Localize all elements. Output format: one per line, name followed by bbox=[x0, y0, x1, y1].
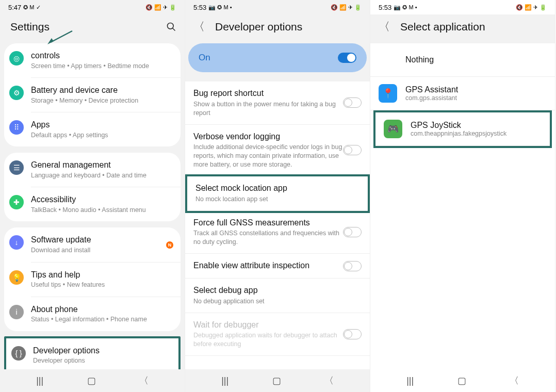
toggle-switch[interactable] bbox=[343, 261, 362, 271]
toggle-switch[interactable] bbox=[343, 227, 362, 237]
settings-item-software-update[interactable]: ↓Software updateDownload and installN bbox=[4, 227, 181, 262]
home-button[interactable]: ▢ bbox=[87, 375, 96, 386]
settings-item-icon: { } bbox=[11, 346, 26, 361]
developer-item-title: Force full GNSS measurements bbox=[193, 218, 343, 228]
developer-item-select-debug-app[interactable]: Select debug appNo debug application set bbox=[185, 279, 370, 313]
app-bar: Settings bbox=[0, 14, 185, 43]
toggle-switch bbox=[343, 329, 362, 339]
settings-item-subtitle: Developer options bbox=[33, 356, 171, 366]
toggle-switch[interactable] bbox=[343, 145, 362, 155]
status-left-icons: ✪ M ✓ bbox=[23, 4, 40, 11]
app-title: GPS JoyStick bbox=[411, 121, 542, 130]
status-right-icons: 🔇 📶 ✈ 🔋 bbox=[331, 4, 362, 11]
settings-item-subtitle: Default apps • App settings bbox=[31, 131, 173, 140]
settings-item-icon: ⠿ bbox=[9, 120, 24, 135]
status-bar: 5:53 📷 ✪ M • 🔇 📶 ✈ 🔋 bbox=[185, 0, 370, 14]
developer-item-subtitle: Show a button in the power menu for taki… bbox=[193, 100, 343, 118]
developer-item-select-mock-location-app[interactable]: Select mock location appNo mock location… bbox=[187, 176, 368, 211]
app-title: GPS Assistant bbox=[405, 85, 547, 94]
developer-item-title: Verbose vendor logging bbox=[193, 132, 343, 142]
settings-item-title: Accessibility bbox=[31, 194, 173, 205]
status-bar: 5:53 📷 ✪ M • 🔇 📶 ✈ 🔋 bbox=[370, 0, 555, 14]
status-left-icons: 📷 ✪ M • bbox=[208, 4, 232, 11]
recents-button[interactable]: ||| bbox=[221, 375, 228, 386]
developer-item-bug-report-shortcut[interactable]: Bug report shortcutShow a button in the … bbox=[185, 81, 370, 125]
settings-item-subtitle: Language and keyboard • Date and time bbox=[31, 171, 173, 181]
settings-item-subtitle: Download and install bbox=[31, 246, 163, 255]
status-left-icons: 📷 ✪ M • bbox=[394, 4, 417, 11]
back-button[interactable]: 〈 bbox=[324, 374, 334, 387]
svg-line-1 bbox=[173, 28, 175, 31]
navigation-bar: ||| ▢ 〈 bbox=[185, 369, 370, 392]
back-icon[interactable]: 〈 bbox=[193, 21, 205, 32]
toggle-switch[interactable] bbox=[343, 97, 362, 108]
back-button[interactable]: 〈 bbox=[510, 374, 519, 387]
master-toggle-switch[interactable] bbox=[338, 53, 356, 63]
clock: 5:53 bbox=[379, 4, 391, 11]
developer-item-wait-for-debugger: Wait for debuggerDebugged application wa… bbox=[185, 313, 370, 356]
developer-item-subtitle: Include additional device-specific vendo… bbox=[193, 143, 343, 169]
settings-item-icon: 💡 bbox=[9, 270, 24, 285]
settings-item-apps[interactable]: ⠿AppsDefault apps • App settings bbox=[4, 112, 181, 146]
settings-item-controls[interactable]: ◎controlsScreen time • App timers • Bedt… bbox=[4, 43, 181, 77]
app-item-gps-assistant[interactable]: 📍GPS Assistantcom.gps.assistant bbox=[370, 77, 555, 110]
app-title: Nothing bbox=[405, 55, 547, 64]
settings-item-tips-and-help[interactable]: 💡Tips and helpUseful tips • New features bbox=[4, 263, 181, 297]
developer-item-subtitle: No mock location app set bbox=[195, 195, 359, 204]
settings-item-accessibility[interactable]: ✚AccessibilityTalkBack • Mono audio • As… bbox=[4, 187, 181, 221]
settings-item-subtitle: Status • Legal information • Phone name bbox=[31, 315, 173, 324]
master-toggle-label: On bbox=[199, 53, 210, 63]
page-title: Settings bbox=[10, 21, 50, 33]
settings-item-subtitle: Screen time • App timers • Bedtime mode bbox=[31, 62, 173, 71]
status-right-icons: 🔇 📶 ✈ 🔋 bbox=[516, 4, 547, 11]
settings-item-developer-options[interactable]: { }Developer optionsDeveloper options bbox=[6, 338, 178, 369]
settings-item-title: Tips and help bbox=[31, 269, 173, 281]
settings-item-title: Software update bbox=[31, 234, 163, 246]
developer-item-subtitle: Debugged application waits for debugger … bbox=[193, 331, 343, 349]
back-button[interactable]: 〈 bbox=[139, 374, 149, 387]
svg-point-0 bbox=[168, 23, 174, 29]
settings-item-icon: ✚ bbox=[9, 195, 24, 209]
developer-item-enable-view-attribute-inspection[interactable]: Enable view attribute inspection bbox=[185, 254, 370, 279]
settings-item-subtitle: TalkBack • Mono audio • Assistant menu bbox=[31, 206, 173, 215]
app-bar: 〈 Developer options bbox=[185, 14, 370, 43]
navigation-bar: ||| ▢ 〈 bbox=[370, 369, 555, 392]
settings-item-title: controls bbox=[31, 50, 173, 61]
clock: 5:47 bbox=[8, 4, 21, 11]
developer-item-verbose-vendor-logging[interactable]: Verbose vendor loggingInclude additional… bbox=[185, 125, 370, 176]
home-button[interactable]: ▢ bbox=[457, 375, 466, 386]
app-item-gps-joystick[interactable]: 🎮GPS JoyStickcom.theappninjas.fakegpsjoy… bbox=[375, 112, 550, 146]
developer-item-title: Bug report shortcut bbox=[193, 88, 343, 99]
status-right-icons: 🔇 📶 ✈ 🔋 bbox=[145, 4, 176, 11]
developer-item-subtitle: No debug application set bbox=[193, 297, 362, 306]
clock: 5:53 bbox=[193, 4, 206, 11]
settings-item-title: About phone bbox=[31, 304, 173, 315]
status-bar: 5:47 ✪ M ✓ 🔇 📶 ✈ 🔋 bbox=[0, 0, 185, 14]
update-badge: N bbox=[166, 241, 173, 249]
home-button[interactable]: ▢ bbox=[272, 375, 281, 386]
developer-item-title: Wait for debugger bbox=[193, 320, 343, 331]
settings-item-subtitle: Useful tips • New features bbox=[31, 281, 173, 290]
recents-button[interactable]: ||| bbox=[406, 375, 414, 386]
settings-item-icon: ⚙ bbox=[9, 86, 24, 100]
developer-item-title: Enable view attribute inspection bbox=[193, 260, 343, 271]
settings-item-title: General management bbox=[31, 159, 173, 171]
app-icon: 🎮 bbox=[384, 120, 402, 138]
svg-line-2 bbox=[51, 31, 72, 42]
recents-button[interactable]: ||| bbox=[36, 375, 43, 386]
app-bar: 〈 Select application bbox=[370, 14, 555, 43]
settings-item-icon: ◎ bbox=[9, 51, 24, 66]
app-package: com.gps.assistant bbox=[405, 94, 547, 102]
settings-item-title: Battery and device care bbox=[31, 85, 173, 96]
back-icon[interactable]: 〈 bbox=[379, 21, 390, 32]
navigation-bar: ||| ▢ 〈 bbox=[0, 369, 185, 392]
search-icon[interactable] bbox=[166, 22, 176, 32]
settings-item-subtitle: Storage • Memory • Device protection bbox=[31, 96, 173, 106]
developer-item-force-full-gnss-measurements[interactable]: Force full GNSS measurementsTrack all GN… bbox=[185, 211, 370, 254]
master-toggle-row[interactable]: On bbox=[188, 43, 367, 72]
settings-item-general-management[interactable]: ☰General managementLanguage and keyboard… bbox=[4, 153, 181, 187]
settings-item-title: Apps bbox=[31, 119, 173, 130]
settings-item-battery-and-device-care[interactable]: ⚙Battery and device careStorage • Memory… bbox=[4, 78, 181, 112]
app-item-nothing[interactable]: Nothing bbox=[370, 43, 555, 77]
settings-item-about-phone[interactable]: iAbout phoneStatus • Legal information •… bbox=[4, 297, 181, 331]
